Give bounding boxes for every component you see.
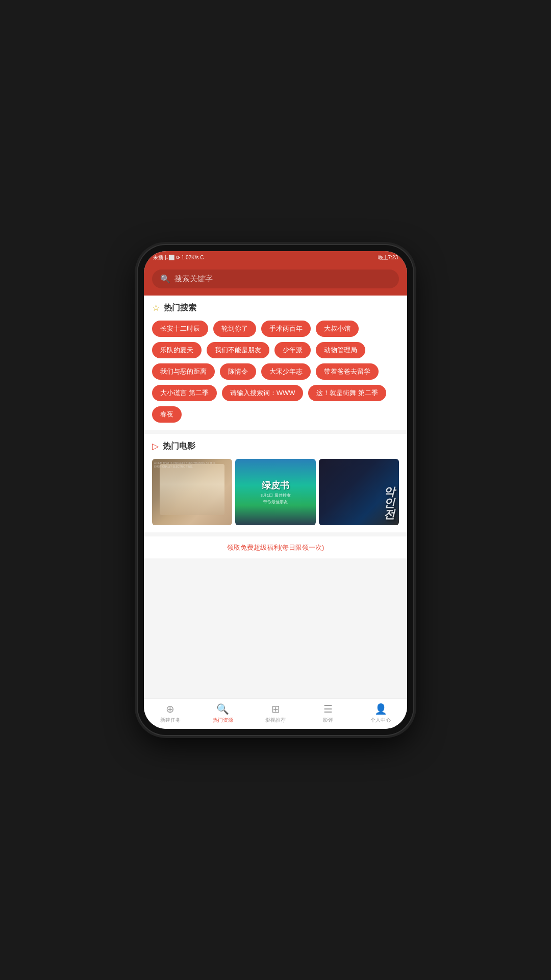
hot-search-tag[interactable]: 动物管理局 — [316, 342, 365, 358]
nav-item-film-recommend[interactable]: ⊞ 影视推荐 — [249, 703, 302, 724]
nav-label-film-recommend: 影视推荐 — [265, 717, 286, 724]
search-bar-area: 🔍 搜索关键字 — [144, 264, 407, 296]
hot-search-tag[interactable]: 手术两百年 — [261, 321, 311, 337]
hot-movies-title: ▷ 热门电影 — [152, 441, 399, 452]
list-icon: ☰ — [323, 703, 333, 715]
search-input[interactable]: 🔍 搜索关键字 — [152, 270, 399, 288]
hot-search-tag[interactable]: 请输入搜索词：WWW — [222, 385, 304, 401]
welfare-banner[interactable]: 领取免费超级福利(每日限领一次) — [144, 536, 407, 558]
movie-card-2-info: 绿皮书 3月1日 最佳排友 带你最佳朋友 — [260, 479, 290, 505]
nav-item-hot-resources[interactable]: 🔍 热门资源 — [196, 703, 249, 724]
hot-movies-label: 热门电影 — [163, 441, 195, 452]
grid-icon: ⊞ — [271, 703, 280, 715]
hot-search-title: ☆ 热门搜索 — [152, 303, 399, 313]
hot-search-label: 热门搜索 — [164, 303, 196, 313]
search-nav-icon: 🔍 — [216, 703, 229, 715]
search-icon: 🔍 — [160, 274, 170, 284]
nav-label-profile: 个人中心 — [370, 717, 391, 724]
welfare-text: 领取免费超级福利(每日限领一次) — [227, 544, 324, 551]
user-icon: 👤 — [374, 703, 387, 715]
movie-title-cn: 绿皮书 — [260, 479, 290, 492]
movie-card[interactable]: A FILM THAT IS VISUALLY BREATHTAKING AS … — [152, 459, 232, 525]
nav-item-new-task[interactable]: ⊕ 新建任务 — [144, 703, 196, 724]
movies-grid: A FILM THAT IS VISUALLY BREATHTAKING AS … — [152, 459, 399, 525]
hot-movies-section: ▷ 热门电影 A FILM THAT IS VISUALLY BREATHTAK… — [144, 434, 407, 532]
hot-search-tag[interactable]: 乐队的夏天 — [152, 342, 202, 358]
add-icon: ⊕ — [166, 703, 174, 715]
hot-search-tag[interactable]: 我们与恶的距离 — [152, 363, 215, 380]
nav-label-new-task: 新建任务 — [160, 717, 181, 724]
hot-search-tag[interactable]: 这！就是街舞 第二季 — [308, 385, 386, 401]
hot-search-tag[interactable]: 春夜 — [152, 406, 182, 423]
main-content: ☆ 热门搜索 长安十二时辰轮到你了手术两百年大叔小馆乐队的夏天我们不能是朋友少年… — [144, 296, 407, 698]
movie-date: 3月1日 最佳排友 — [260, 493, 290, 498]
hot-search-tag[interactable]: 我们不能是朋友 — [207, 342, 269, 358]
status-right: 晚上7:23 — [378, 254, 398, 261]
movie-subtitle: 带你最佳朋友 — [260, 499, 290, 505]
nav-item-reviews[interactable]: ☰ 影评 — [302, 703, 355, 724]
movie-card[interactable]: 绿皮书 3月1日 最佳排友 带你最佳朋友 — [235, 459, 315, 525]
hot-search-tag[interactable]: 带着爸爸去留学 — [316, 363, 379, 380]
play-icon: ▷ — [152, 441, 159, 452]
hot-search-tag[interactable]: 少年派 — [274, 342, 311, 358]
hot-search-tag[interactable]: 陈情令 — [220, 363, 256, 380]
hot-search-tag[interactable]: 轮到你了 — [213, 321, 256, 337]
bottom-nav: ⊕ 新建任务 🔍 热门资源 ⊞ 影视推荐 ☰ 影评 👤 个人中心 — [144, 698, 407, 729]
tags-area: 长安十二时辰轮到你了手术两百年大叔小馆乐队的夏天我们不能是朋友少年派动物管理局我… — [152, 321, 399, 423]
movie-title-kr: 악인전 — [384, 486, 395, 520]
nav-label-hot-resources: 热门资源 — [213, 717, 233, 724]
nav-label-reviews: 影评 — [323, 717, 333, 724]
hot-search-tag[interactable]: 大小谎言 第二季 — [152, 385, 217, 401]
hot-search-tag[interactable]: 大叔小馆 — [316, 321, 359, 337]
phone-screen: 未插卡⬜ ⟳ 1.02K/s C 晚上7:23 🔍 搜索关键字 ☆ 热门搜索 长… — [144, 251, 407, 729]
search-placeholder: 搜索关键字 — [174, 274, 213, 284]
hot-search-section: ☆ 热门搜索 长安十二时辰轮到你了手术两百年大叔小馆乐队的夏天我们不能是朋友少年… — [144, 296, 407, 430]
status-left: 未插卡⬜ ⟳ 1.02K/s C — [153, 254, 204, 261]
phone-frame: 未插卡⬜ ⟳ 1.02K/s C 晚上7:23 🔍 搜索关键字 ☆ 热门搜索 长… — [138, 245, 413, 735]
status-bar: 未插卡⬜ ⟳ 1.02K/s C 晚上7:23 — [144, 251, 407, 264]
hot-search-tag[interactable]: 大宋少年志 — [261, 363, 311, 380]
movie-text-1: A FILM THAT IS VISUALLY BREATHTAKING AS … — [154, 461, 227, 468]
hot-search-tag[interactable]: 长安十二时辰 — [152, 321, 208, 337]
nav-item-profile[interactable]: 👤 个人中心 — [355, 703, 407, 724]
star-icon: ☆ — [152, 303, 160, 313]
movie-card[interactable]: 악인전 — [319, 459, 399, 525]
